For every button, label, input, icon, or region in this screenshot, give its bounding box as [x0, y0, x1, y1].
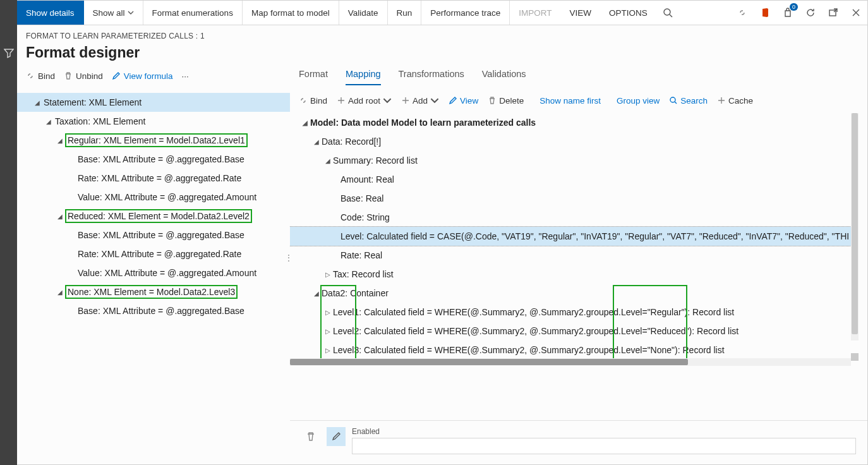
tree-row-rate[interactable]: Rate: Real	[290, 246, 859, 265]
tree-row-amount[interactable]: Amount: Real	[290, 170, 859, 189]
collapse-icon[interactable]: ◢	[56, 213, 64, 220]
view-button[interactable]: VIEW	[561, 1, 601, 25]
view-formula-button[interactable]: View formula	[112, 71, 173, 81]
tab-validations[interactable]: Validations	[482, 69, 526, 84]
plus-icon	[337, 96, 346, 105]
search-icon	[663, 8, 673, 18]
command-bar: Show details Show all Format enumeration…	[17, 1, 867, 25]
pencil-icon	[112, 71, 121, 80]
validate-button[interactable]: Validate	[339, 1, 388, 25]
show-details-button[interactable]: Show details	[17, 1, 84, 25]
close-button[interactable]	[845, 1, 867, 25]
left-rail	[0, 0, 17, 465]
field-label-enabled: Enabled	[352, 427, 856, 436]
bind-icon	[299, 96, 308, 105]
tree-row-base[interactable]: Base: XML Attribute = @.aggregated.Base	[17, 150, 290, 169]
view-button[interactable]: View	[449, 96, 478, 106]
tree-row-level3[interactable]: ▷ Level3: Calculated field = WHERE(@.Sum…	[290, 341, 859, 359]
import-button[interactable]: IMPORT	[510, 1, 560, 25]
tree-row-reduced[interactable]: ◢ Reduced: XML Element = Model.Data2.Lev…	[17, 207, 290, 226]
group-view-button[interactable]: Group view	[617, 96, 660, 106]
tree-row-level2[interactable]: ▷ Level2: Calculated field = WHERE(@.Sum…	[290, 322, 859, 341]
filter-icon[interactable]	[4, 48, 14, 61]
tree-row-rate[interactable]: Rate: XML Attribute = @.aggregated.Rate	[17, 169, 290, 188]
show-all-button[interactable]: Show all	[84, 1, 143, 25]
tree-row-data[interactable]: ◢ Data: Record[!]	[290, 132, 859, 151]
tree-row-rate-2[interactable]: Rate: XML Attribute = @.aggregated.Rate	[17, 245, 290, 263]
format-toolbar: Bind Unbind View formula ···	[17, 64, 290, 88]
options-button[interactable]: OPTIONS	[600, 1, 656, 25]
office-icon-button[interactable]	[754, 1, 776, 25]
tree-row-data2[interactable]: ◢ Data2: Container	[290, 284, 859, 303]
popout-icon	[828, 8, 838, 18]
search-button[interactable]: Search	[669, 96, 708, 106]
tree-row-summary[interactable]: ◢ Summary: Record list	[290, 151, 859, 170]
search-button[interactable]	[656, 1, 679, 25]
tree-row-value[interactable]: Value: XML Attribute = @.aggregated.Amou…	[17, 188, 290, 207]
collapse-icon[interactable]: ◢	[33, 99, 41, 106]
tree-row-level1[interactable]: ▷ Level1: Calculated field = WHERE(@.Sum…	[290, 303, 859, 322]
tree-row-model[interactable]: ◢ Model: Data model Model to learn param…	[290, 113, 859, 132]
format-enumerations-button[interactable]: Format enumerations	[143, 1, 243, 25]
collapse-icon[interactable]: ◢	[56, 289, 64, 296]
tree-row-value-2[interactable]: Value: XML Attribute = @.aggregated.Amou…	[17, 263, 290, 282]
expand-icon[interactable]: ▷	[324, 347, 332, 354]
run-button[interactable]: Run	[388, 1, 422, 25]
office-icon	[760, 8, 770, 18]
scrollbar-thumb[interactable]	[290, 359, 688, 365]
tab-mapping[interactable]: Mapping	[346, 69, 381, 85]
tree-row-level[interactable]: Level: Calculated field = CASE(@.Code, "…	[290, 227, 859, 246]
collapse-icon[interactable]: ◢	[301, 119, 309, 126]
tree-row-taxation[interactable]: ◢ Taxation: XML Element	[17, 112, 290, 131]
scrollbar-thumb[interactable]	[852, 113, 858, 334]
add-root-button[interactable]: Add root	[337, 96, 392, 106]
delete-button[interactable]: Delete	[488, 96, 524, 106]
collapse-icon[interactable]: ◢	[313, 290, 320, 297]
collapse-icon[interactable]: ◢	[313, 138, 320, 145]
collapse-icon[interactable]: ◢	[45, 118, 52, 125]
notifications-button[interactable]: 0	[776, 1, 799, 25]
delete-property-button[interactable]	[301, 427, 320, 446]
bind-icon	[26, 71, 35, 80]
trash-icon	[64, 71, 73, 80]
horizontal-scrollbar[interactable]	[290, 358, 851, 366]
close-icon	[851, 8, 861, 18]
map-format-to-model-button[interactable]: Map format to model	[243, 1, 339, 25]
collapse-icon[interactable]: ◢	[324, 157, 332, 164]
performance-trace-button[interactable]: Performance trace	[421, 1, 510, 25]
format-tree-pane: Bind Unbind View formula ··· ◢	[17, 64, 290, 464]
tree-row-regular[interactable]: ◢ Regular: XML Element = Model.Data2.Lev…	[17, 131, 290, 150]
tree-row-statement[interactable]: ◢ Statement: XML Element	[17, 93, 290, 112]
tree-row-tax[interactable]: ▷ Tax: Record list	[290, 265, 859, 284]
bind-button[interactable]: Bind	[26, 71, 55, 81]
more-button[interactable]: ···	[182, 71, 189, 81]
tab-format[interactable]: Format	[299, 69, 328, 84]
vertical-scrollbar[interactable]	[851, 113, 859, 341]
tree-row-base-2[interactable]: Base: XML Attribute = @.aggregated.Base	[17, 226, 290, 245]
chevron-down-icon	[430, 96, 439, 105]
enabled-input[interactable]	[352, 438, 856, 454]
link-icon	[737, 8, 747, 18]
edit-property-button[interactable]	[327, 427, 346, 446]
popout-button[interactable]	[822, 1, 845, 25]
show-name-first-button[interactable]: Show name first	[539, 96, 601, 106]
chevron-down-icon	[383, 96, 392, 105]
tab-transformations[interactable]: Transformations	[399, 69, 464, 84]
unbind-button[interactable]: Unbind	[64, 71, 103, 81]
tree-row-base-3[interactable]: Base: XML Attribute = @.aggregated.Base	[17, 301, 290, 320]
trash-icon	[306, 432, 316, 442]
tree-row-none[interactable]: ◢ None: XML Element = Model.Data2.Level3	[17, 282, 290, 301]
tree-row-code[interactable]: Code: String	[290, 208, 859, 227]
expand-icon[interactable]: ▷	[324, 271, 332, 278]
refresh-button[interactable]	[799, 1, 822, 25]
tree-row-base[interactable]: Base: Real	[290, 189, 859, 208]
svg-point-2	[670, 97, 675, 102]
expand-icon[interactable]: ▷	[324, 309, 332, 316]
add-button[interactable]: Add	[401, 96, 439, 106]
cache-button[interactable]: Cache	[717, 96, 753, 106]
bind-button[interactable]: Bind	[299, 96, 327, 106]
pencil-icon	[449, 96, 457, 105]
collapse-icon[interactable]: ◢	[56, 137, 64, 144]
expand-icon[interactable]: ▷	[324, 328, 332, 335]
link-icon-button[interactable]	[731, 1, 754, 25]
